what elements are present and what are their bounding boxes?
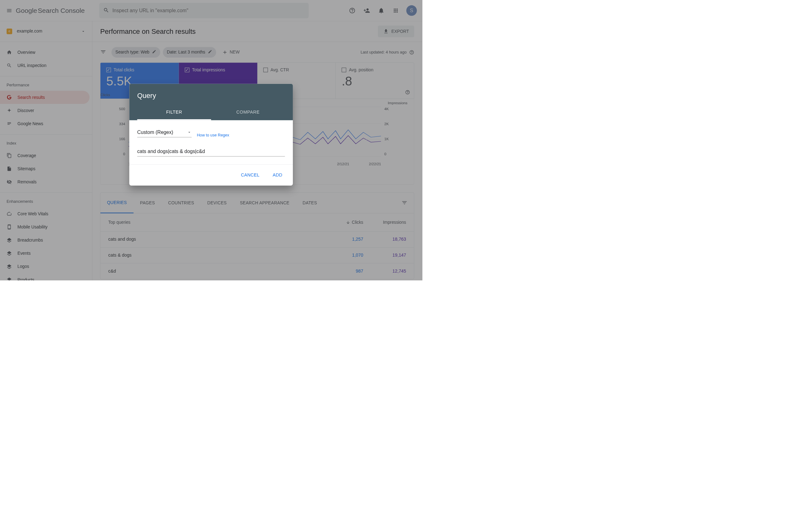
add-button[interactable]: ADD: [268, 169, 288, 181]
regex-input[interactable]: [137, 147, 285, 157]
chevron-down-icon: [187, 130, 192, 135]
dialog-title: Query: [137, 92, 285, 99]
dialog-tab-filter[interactable]: FILTER: [137, 105, 211, 120]
filter-type-select[interactable]: Custom (Regex): [137, 130, 191, 137]
modal-scrim[interactable]: Query FILTER COMPARE Custom (Regex) How …: [0, 0, 422, 280]
regex-help-link[interactable]: How to use Regex: [197, 133, 229, 137]
cancel-button[interactable]: CANCEL: [235, 169, 265, 181]
query-filter-dialog: Query FILTER COMPARE Custom (Regex) How …: [129, 84, 293, 186]
dialog-tab-compare[interactable]: COMPARE: [211, 105, 285, 120]
